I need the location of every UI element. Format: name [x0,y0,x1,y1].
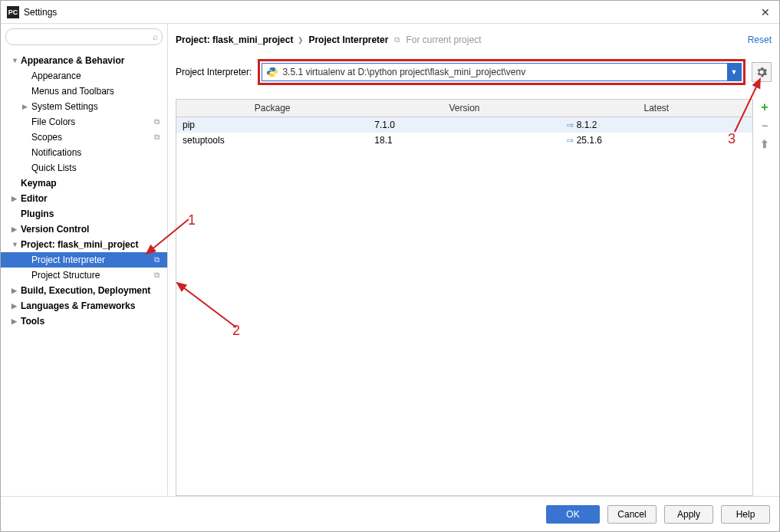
cell-version: 18.1 [368,133,560,147]
breadcrumb-hint: For current project [406,34,481,45]
search-icon: ⌕ [153,31,158,42]
remove-package-button[interactable]: − [758,119,772,133]
table-row[interactable]: setuptools18.1⇨25.1.6 [176,133,752,148]
app-icon: PC [7,6,19,18]
chevron-right-icon: ❯ [298,36,304,44]
tree-item-label: Menus and Toolbars [31,86,114,97]
tree-item-label: Version Control [21,224,89,235]
dialog-footer: OK Cancel Apply Help [1,496,779,531]
breadcrumb: Project: flask_mini_project ❯ Project In… [176,31,772,54]
tree-item-label: Project Structure [31,270,100,281]
help-button[interactable]: Help [721,505,770,524]
search-wrap: ⌕ [5,28,163,45]
copy-icon: ⧉ [154,133,160,142]
tree-item-project-structure[interactable]: Project Structure⧉ [1,268,167,283]
apply-button[interactable]: Apply [664,505,713,524]
gear-icon [756,67,767,77]
tree-item-version-control[interactable]: ▶Version Control [1,222,167,237]
tree-item-build-execution-deployment[interactable]: ▶Build, Execution, Deployment [1,283,167,298]
tree-item-label: Plugins [21,209,54,219]
tree-item-label: Appearance [31,71,81,81]
tree-item-label: Project: flask_mini_project [21,239,138,250]
tree-item-languages-frameworks[interactable]: ▶Languages & Frameworks [1,298,167,314]
interpreter-label: Project Interpreter: [176,67,252,77]
header-latest[interactable]: Latest [561,100,752,117]
tree-item-tools[interactable]: ▶Tools [1,314,167,329]
tree-item-file-colors[interactable]: File Colors⧉ [1,114,167,130]
chevron-down-icon: ▼ [12,57,19,64]
tree-item-label: Appearance & Behavior [21,55,124,66]
dropdown-icon[interactable]: ▼ [727,64,741,80]
python-icon [267,67,278,77]
interpreter-value: 3.5.1 virtualenv at D:\python project\fl… [282,67,727,77]
settings-tree: ▼Appearance & BehaviorAppearanceMenus an… [1,50,167,496]
tree-item-project-interpreter[interactable]: Project Interpreter⧉ [1,252,167,268]
table-header: Package Version Latest [176,100,752,117]
annotation-box: 3.5.1 virtualenv at D:\python project\fl… [258,59,745,85]
package-toolbar: + − ⬆ [758,99,772,496]
tree-item-label: Quick Lists [31,163,77,173]
close-icon[interactable]: ✕ [758,6,773,18]
packages-table: Package Version Latest pip7.1.0⇨8.1.2set… [176,99,753,496]
titlebar: PC Settings ✕ [1,1,779,24]
tree-item-label: Editor [21,193,48,204]
chevron-right-icon: ▶ [12,225,19,233]
tree-item-scopes[interactable]: Scopes⧉ [1,130,167,145]
tree-item-label: Tools [21,316,44,327]
tree-item-label: Build, Execution, Deployment [21,285,150,296]
tree-item-keymap[interactable]: Keymap [1,176,167,191]
tree-item-appearance-behavior[interactable]: ▼Appearance & Behavior [1,53,167,68]
tree-item-editor[interactable]: ▶Editor [1,191,167,206]
latest-value: 25.1.6 [577,135,602,146]
interpreter-select[interactable]: 3.5.1 virtualenv at D:\python project\fl… [262,63,742,81]
tree-item-notifications[interactable]: Notifications [1,145,167,160]
tree-item-label: File Colors [31,117,75,127]
search-input[interactable] [5,28,163,45]
header-package[interactable]: Package [176,100,368,117]
copy-icon: ⧉ [394,35,400,44]
tree-item-quick-lists[interactable]: Quick Lists [1,160,167,176]
upgrade-arrow-icon: ⇨ [567,120,574,130]
tree-item-label: Project Interpreter [31,255,105,265]
tree-item-label: Scopes [31,132,62,143]
tree-item-menus-and-toolbars[interactable]: Menus and Toolbars [1,84,167,99]
copy-icon: ⧉ [154,117,160,126]
table-row[interactable]: pip7.1.0⇨8.1.2 [176,117,752,133]
tree-item-label: Languages & Frameworks [21,300,135,311]
upgrade-package-button[interactable]: ⬆ [758,137,772,151]
interpreter-row: Project Interpreter: 3.5.1 virtualenv at… [176,59,772,85]
tree-item-label: Notifications [31,147,81,158]
tree-item-system-settings[interactable]: ▶System Settings [1,99,167,114]
cell-latest: ⇨25.1.6 [561,133,752,147]
chevron-right-icon: ▶ [12,302,19,310]
cancel-button[interactable]: Cancel [607,505,657,524]
tree-item-project-flask-mini-project[interactable]: ▼Project: flask_mini_project [1,237,167,252]
copy-icon: ⧉ [154,271,160,280]
copy-icon: ⧉ [154,255,160,264]
tree-item-label: Keymap [21,178,57,189]
chevron-right-icon: ▶ [12,287,19,294]
ok-button[interactable]: OK [546,505,600,524]
cell-package: pip [176,118,368,132]
cell-package: setuptools [176,133,368,147]
main-panel: Project: flask_mini_project ❯ Project In… [168,24,779,496]
tree-item-label: System Settings [31,101,98,112]
header-version[interactable]: Version [368,100,560,117]
gear-button[interactable] [752,62,772,82]
breadcrumb-project: Project: flask_mini_project [176,34,293,45]
breadcrumb-page: Project Interpreter [308,34,388,45]
sidebar: ⌕ ▼Appearance & BehaviorAppearanceMenus … [1,24,168,496]
tree-item-appearance[interactable]: Appearance [1,68,167,84]
chevron-right-icon: ▶ [12,317,19,325]
reset-link[interactable]: Reset [748,34,772,45]
cell-version: 7.1.0 [368,118,560,132]
chevron-right-icon: ▶ [12,195,19,202]
packages-area: Package Version Latest pip7.1.0⇨8.1.2set… [176,99,772,496]
add-package-button[interactable]: + [758,100,772,114]
upgrade-arrow-icon: ⇨ [567,136,574,146]
table-body: pip7.1.0⇨8.1.2setuptools18.1⇨25.1.6 [176,117,752,148]
chevron-right-icon: ▶ [22,103,30,110]
tree-item-plugins[interactable]: Plugins [1,206,167,222]
cell-latest: ⇨8.1.2 [561,118,752,132]
window-title: Settings [24,7,758,18]
